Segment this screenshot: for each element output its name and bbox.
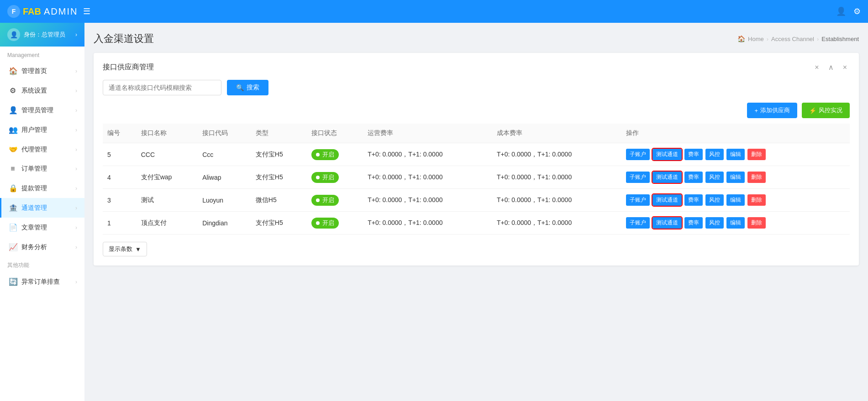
sub-account-button[interactable]: 子账户 [626, 217, 650, 229]
sidebar-role[interactable]: 👤 身份：总管理员 › [0, 23, 84, 47]
cell-name: 测试 [137, 189, 198, 212]
card-collapse-btn[interactable]: ∧ [826, 62, 836, 73]
sidebar-item-users[interactable]: 👥 用户管理 › [0, 120, 84, 140]
navbar-left: F FAB ADMIN ☰ [7, 5, 90, 18]
risk-button[interactable]: 风控 [705, 194, 724, 206]
sidebar-label-abnormal: 异常订单排查 [21, 278, 60, 286]
status-dot [316, 153, 320, 156]
supplier-table: 编号 接口名称 接口代码 类型 接口状态 运营费率 成本费率 操作 5 CCC … [103, 124, 850, 234]
sidebar: 👤 身份：总管理员 › Management 🏠 管理首页 › ⚙ 系统设置 ›… [0, 23, 84, 401]
fee-button[interactable]: 费率 [684, 172, 703, 183]
show-count-button[interactable]: 显示条数 ▼ [103, 242, 147, 256]
finance-icon: 📈 [9, 243, 17, 251]
cell-name: 支付宝wap [137, 166, 198, 189]
edit-button[interactable]: 编辑 [726, 149, 745, 160]
search-button[interactable]: 🔍 搜索 [227, 80, 268, 95]
breadcrumb-access-channel[interactable]: Access Channel [771, 36, 814, 42]
breadcrumb-bar: 入金渠道设置 🏠 Home › Access Channel › Establi… [94, 32, 859, 46]
breadcrumb-sep1: › [767, 36, 768, 42]
breadcrumb-sep2: › [817, 36, 819, 42]
cell-code: Dingdian [198, 212, 251, 234]
search-icon: 🔍 [236, 84, 244, 91]
home-icon: 🏠 [9, 67, 17, 75]
cell-code: Aliwap [198, 166, 251, 189]
sidebar-item-channels[interactable]: 🏦 通道管理 › [0, 198, 84, 218]
cell-cost-rate: T+0: 0.0000，T+1: 0.0000 [492, 143, 621, 166]
action-btns: 子账户 测试通道 费率 风控 编辑 删除 [626, 149, 845, 160]
delete-button[interactable]: 删除 [747, 149, 766, 160]
delete-button[interactable]: 删除 [747, 172, 766, 183]
home-breadcrumb-icon: 🏠 [737, 35, 745, 42]
delete-button[interactable]: 删除 [747, 194, 766, 206]
risk-button[interactable]: 风控 [705, 217, 724, 229]
sub-account-button[interactable]: 子账户 [626, 149, 650, 160]
sidebar-item-agents[interactable]: 🤝 代理管理 › [0, 140, 84, 159]
cell-op-rate: T+0: 0.0000，T+1: 0.0000 [363, 189, 492, 212]
cell-id: 4 [103, 166, 137, 189]
test-channel-button[interactable]: 测试通道 [652, 217, 682, 229]
fee-button[interactable]: 费率 [684, 149, 703, 160]
cell-op-rate: T+0: 0.0000，T+1: 0.0000 [363, 143, 492, 166]
main-content: 入金渠道设置 🏠 Home › Access Channel › Establi… [84, 23, 868, 401]
sidebar-section-other: 其他功能 [0, 257, 84, 272]
test-channel-button[interactable]: 测试通道 [652, 194, 682, 206]
table-row: 5 CCC Ccc 支付宝H5 开启 T+0: 0.0000，T+1: 0.00… [103, 143, 850, 166]
sidebar-item-orders[interactable]: ≡ 订单管理 › [0, 159, 84, 178]
monitor-button[interactable]: ⚡ 风控实况 [802, 103, 850, 118]
card-close-btn[interactable]: × [840, 62, 850, 73]
search-button-label: 搜索 [247, 83, 259, 92]
test-channel-button[interactable]: 测试通道 [652, 172, 682, 183]
sidebar-label-system: 系统设置 [21, 87, 47, 95]
risk-button[interactable]: 风控 [705, 149, 724, 160]
fee-button[interactable]: 费率 [684, 194, 703, 206]
risk-button[interactable]: 风控 [705, 172, 724, 183]
logo-admin: ADMIN [44, 6, 78, 17]
sidebar-item-finance[interactable]: 📈 财务分析 › [0, 237, 84, 257]
card-minimize-btn[interactable]: × [812, 62, 821, 73]
breadcrumb-home[interactable]: Home [748, 36, 764, 42]
test-channel-button[interactable]: 测试通道 [652, 149, 682, 160]
table-container: 编号 接口名称 接口代码 类型 接口状态 运营费率 成本费率 操作 5 CCC … [103, 124, 850, 234]
add-supplier-button[interactable]: + 添加供应商 [747, 103, 797, 118]
menu-toggle-icon[interactable]: ☰ [83, 6, 90, 16]
cell-type: 支付宝H5 [251, 143, 307, 166]
layout: 👤 身份：总管理员 › Management 🏠 管理首页 › ⚙ 系统设置 ›… [0, 23, 868, 401]
search-bar: 🔍 搜索 [103, 80, 850, 95]
cell-status: 开启 [307, 143, 363, 166]
agents-icon: 🤝 [9, 145, 17, 154]
fee-button[interactable]: 费率 [684, 217, 703, 229]
edit-button[interactable]: 编辑 [726, 172, 745, 183]
col-type: 类型 [251, 124, 307, 143]
sidebar-label-orders: 订单管理 [21, 165, 47, 173]
sidebar-item-home[interactable]: 🏠 管理首页 › [0, 61, 84, 81]
edit-button[interactable]: 编辑 [726, 194, 745, 206]
cell-type: 支付宝H5 [251, 212, 307, 234]
sidebar-item-articles[interactable]: 📄 文章管理 › [0, 218, 84, 237]
sidebar-item-withdraw[interactable]: 🔒 提款管理 › [0, 178, 84, 198]
col-status: 接口状态 [307, 124, 363, 143]
sub-account-button[interactable]: 子账户 [626, 172, 650, 183]
home-arrow: › [75, 68, 77, 74]
edit-button[interactable]: 编辑 [726, 217, 745, 229]
table-row: 3 测试 Luoyun 微信H5 开启 T+0: 0.0000，T+1: 0.0… [103, 189, 850, 212]
sidebar-item-abnormal[interactable]: 🔄 异常订单排查 › [0, 272, 84, 292]
supplier-management-card: 接口供应商管理 × ∧ × 🔍 搜索 + 添加供应商 [94, 53, 859, 266]
status-badge: 开启 [311, 172, 339, 183]
sidebar-item-admins[interactable]: 👤 管理员管理 › [0, 100, 84, 120]
user-icon[interactable]: 👤 [836, 6, 846, 16]
table-row: 1 顶点支付 Dingdian 支付宝H5 开启 T+0: 0.0000，T+1… [103, 212, 850, 234]
settings-icon[interactable]: ⚙ [853, 6, 861, 16]
search-input[interactable] [103, 80, 221, 95]
sub-account-button[interactable]: 子账户 [626, 194, 650, 206]
col-actions: 操作 [621, 124, 850, 143]
status-badge: 开启 [311, 218, 339, 229]
pagination-row: 显示条数 ▼ [103, 242, 850, 256]
cell-status: 开启 [307, 166, 363, 189]
cell-id: 3 [103, 189, 137, 212]
logo-fab: FAB [23, 6, 41, 17]
table-body: 5 CCC Ccc 支付宝H5 开启 T+0: 0.0000，T+1: 0.00… [103, 143, 850, 234]
delete-button[interactable]: 删除 [747, 217, 766, 229]
card-title: 接口供应商管理 [103, 62, 154, 72]
sidebar-item-system[interactable]: ⚙ 系统设置 › [0, 81, 84, 100]
show-count-label: 显示条数 [109, 245, 132, 253]
